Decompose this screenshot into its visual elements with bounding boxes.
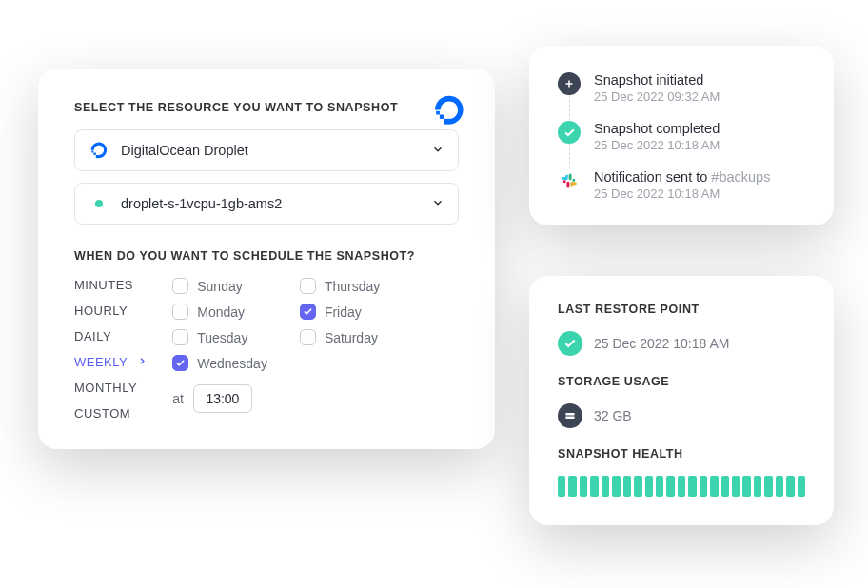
- health-segment: [612, 476, 620, 497]
- at-label: at: [172, 391, 184, 406]
- instance-label: droplet-s-1vcpu-1gb-ams2: [121, 196, 282, 211]
- freq-hourly[interactable]: HOURLY: [74, 304, 148, 318]
- day-label: Sunday: [197, 279, 242, 294]
- snapshot-health-section: SNAPSHOT HEALTH: [558, 447, 805, 497]
- checkbox-unchecked-icon: [172, 329, 188, 345]
- freq-monthly[interactable]: MONTHLY: [74, 381, 148, 395]
- provider-select[interactable]: DigitalOcean Droplet: [74, 129, 459, 171]
- health-segment: [558, 476, 565, 497]
- time-picker-row: at: [172, 384, 380, 413]
- day-label: Saturday: [325, 330, 378, 345]
- svg-rect-9: [565, 417, 574, 419]
- restore-timestamp: 25 Dec 2022 10:18 AM: [594, 336, 729, 351]
- freq-weekly[interactable]: WEEKLY: [74, 355, 148, 369]
- timeline-title: Notification sent to #backups: [594, 169, 805, 185]
- restore-point-section: LAST RESTORE POINT 25 Dec 2022 10:18 AM: [558, 303, 805, 356]
- svg-rect-3: [96, 155, 99, 158]
- day-saturday[interactable]: Saturday: [300, 329, 380, 345]
- timeline-timestamp: 25 Dec 2022 10:18 AM: [594, 138, 805, 152]
- check-icon: [558, 331, 582, 356]
- svg-rect-1: [440, 115, 444, 119]
- day-thursday[interactable]: Thursday: [300, 278, 380, 294]
- restore-heading: LAST RESTORE POINT: [558, 303, 805, 316]
- health-segment: [580, 476, 587, 497]
- health-bar: [558, 476, 805, 497]
- svg-rect-5: [91, 150, 93, 152]
- day-label: Thursday: [325, 279, 380, 294]
- timeline-item-initiated: Snapshot initiated 25 Dec 2022 09:32 AM: [558, 72, 805, 104]
- day-selector: Sunday Monday Tuesday Wednesday: [172, 278, 380, 371]
- storage-value: 32 GB: [594, 408, 632, 423]
- checkbox-unchecked-icon: [300, 278, 316, 294]
- digitalocean-logo-icon: [432, 93, 466, 131]
- health-segment: [776, 476, 783, 497]
- checkbox-unchecked-icon: [172, 304, 188, 320]
- timeline-item-notification: Notification sent to #backups 25 Dec 202…: [558, 169, 805, 201]
- timeline-title: Snapshot initiated: [594, 72, 805, 88]
- chevron-down-icon: [431, 196, 444, 212]
- health-segment: [678, 476, 685, 497]
- svg-rect-4: [93, 153, 95, 155]
- health-segment: [602, 476, 609, 497]
- chevron-right-icon: [137, 355, 148, 369]
- health-segment: [721, 476, 729, 497]
- plus-icon: [558, 72, 581, 95]
- storage-usage-section: STORAGE USAGE 32 GB: [558, 375, 805, 428]
- health-segment: [634, 476, 641, 497]
- day-label: Tuesday: [197, 330, 247, 345]
- svg-rect-8: [565, 413, 574, 415]
- health-heading: SNAPSHOT HEALTH: [558, 447, 805, 461]
- health-segment: [666, 476, 674, 497]
- health-segment: [645, 476, 653, 497]
- health-segment: [590, 476, 598, 497]
- health-segment: [786, 476, 794, 497]
- schedule-heading: WHEN DO YOU WANT TO SCHEDULE THE SNAPSHO…: [74, 249, 459, 263]
- health-segment: [623, 476, 631, 497]
- schedule-config: MINUTES HOURLY DAILY WEEKLY MONTHLY CUST…: [74, 278, 459, 421]
- day-label: Monday: [197, 304, 245, 320]
- freq-custom[interactable]: CUSTOM: [74, 406, 148, 421]
- health-segment: [798, 476, 805, 497]
- day-monday[interactable]: Monday: [172, 304, 267, 320]
- health-segment: [568, 476, 576, 497]
- timeline-timestamp: 25 Dec 2022 09:32 AM: [594, 89, 805, 104]
- health-segment: [754, 476, 761, 497]
- activity-timeline-card: Snapshot initiated 25 Dec 2022 09:32 AM …: [529, 46, 834, 225]
- svg-rect-0: [444, 119, 449, 125]
- checkbox-checked-icon: [172, 355, 188, 371]
- freq-weekly-label: WEEKLY: [74, 355, 128, 369]
- timeline-title: Snapshot completed: [594, 121, 805, 136]
- health-segment: [710, 476, 718, 497]
- check-icon: [558, 121, 581, 144]
- instance-select[interactable]: droplet-s-1vcpu-1gb-ams2: [74, 183, 459, 225]
- health-segment: [742, 476, 750, 497]
- frequency-list: MINUTES HOURLY DAILY WEEKLY MONTHLY CUST…: [74, 278, 148, 421]
- freq-daily[interactable]: DAILY: [74, 329, 148, 343]
- chevron-down-icon: [431, 143, 444, 159]
- timeline-item-completed: Snapshot completed 25 Dec 2022 10:18 AM: [558, 121, 805, 152]
- notification-text: Notification sent to: [594, 169, 711, 185]
- health-segment: [732, 476, 740, 497]
- checkbox-unchecked-icon: [172, 278, 188, 294]
- svg-rect-2: [436, 111, 440, 115]
- day-wednesday[interactable]: Wednesday: [172, 355, 267, 371]
- health-segment: [688, 476, 696, 497]
- day-label: Wednesday: [197, 356, 267, 371]
- checkbox-unchecked-icon: [300, 329, 316, 345]
- time-input[interactable]: [193, 384, 252, 413]
- provider-label: DigitalOcean Droplet: [121, 143, 248, 158]
- health-segment: [764, 476, 772, 497]
- day-friday[interactable]: Friday: [300, 304, 380, 320]
- status-summary-card: LAST RESTORE POINT 25 Dec 2022 10:18 AM …: [529, 276, 834, 525]
- timeline-timestamp: 25 Dec 2022 10:18 AM: [594, 186, 805, 201]
- day-sunday[interactable]: Sunday: [172, 278, 267, 294]
- health-segment: [700, 476, 707, 497]
- days-and-time: Sunday Monday Tuesday Wednesday: [172, 278, 380, 421]
- day-tuesday[interactable]: Tuesday: [172, 329, 267, 345]
- checkbox-checked-icon: [300, 304, 316, 320]
- health-segment: [656, 476, 663, 497]
- day-label: Friday: [325, 304, 362, 320]
- storage-heading: STORAGE USAGE: [558, 375, 805, 388]
- digitalocean-icon: [89, 140, 109, 161]
- freq-minutes[interactable]: MINUTES: [74, 278, 148, 292]
